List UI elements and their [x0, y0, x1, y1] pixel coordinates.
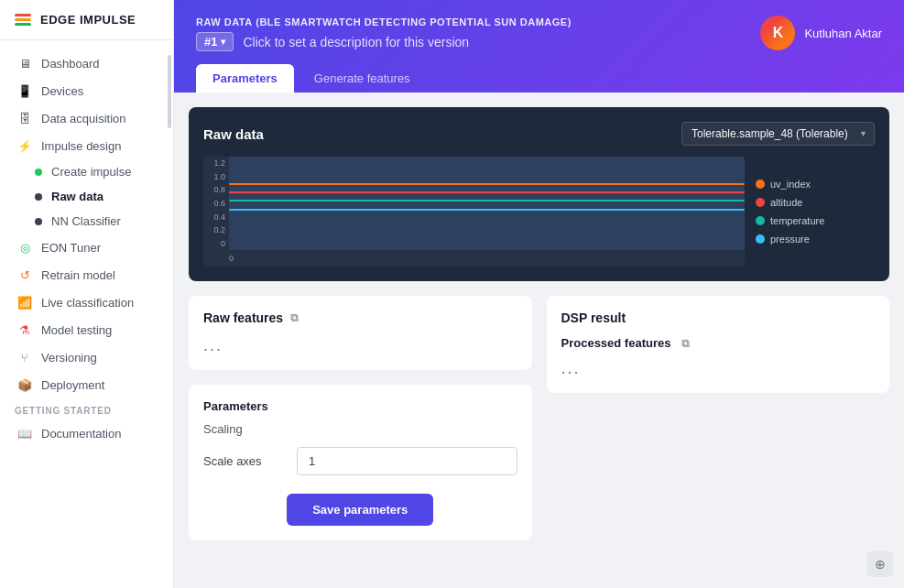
tab-parameters[interactable]: Parameters — [196, 64, 294, 93]
y-label: 0.6 — [203, 199, 229, 208]
dot-dark-icon — [35, 193, 42, 201]
version-row: #1 ▾ Click to set a description for this… — [196, 32, 572, 51]
temperature-label: temperature — [770, 215, 824, 226]
y-label: 0.2 — [203, 225, 229, 234]
device-icon: 📱 — [17, 83, 32, 98]
chart-body: 1.2 1.0 0.8 0.6 0.4 0.2 0 — [203, 157, 875, 267]
top-header: RAW DATA (BLE SMARTWATCH DETECTING POTEN… — [174, 0, 904, 93]
version-badge[interactable]: #1 ▾ — [196, 32, 234, 51]
y-axis: 1.2 1.0 0.8 0.6 0.4 0.2 0 — [203, 157, 229, 250]
pressure-line — [229, 209, 745, 211]
sidebar-item-documentation[interactable]: 📖 Documentation — [0, 419, 173, 447]
sidebar-sub-nn-classifier[interactable]: NN Classifier — [0, 209, 173, 234]
pressure-dot — [756, 234, 765, 244]
sidebar-logo: EDGE IMPULSE — [0, 0, 173, 40]
scale-axes-input[interactable] — [297, 447, 517, 475]
copy-icon-dsp[interactable]: ⧉ — [681, 337, 690, 350]
data-icon: 🗄 — [17, 111, 32, 125]
sidebar-item-dashboard[interactable]: 🖥 Dashboard — [0, 49, 173, 77]
temperature-dot — [756, 216, 765, 225]
help-icon[interactable]: ⊕ — [867, 551, 893, 577]
pressure-label: pressure — [770, 234, 810, 245]
sidebar-item-deployment[interactable]: 📦 Deployment — [0, 371, 173, 398]
scaling-label: Scaling — [203, 422, 517, 436]
logo-icon — [15, 14, 31, 26]
chart-plot-area: 1.2 1.0 0.8 0.6 0.4 0.2 0 — [203, 157, 745, 267]
app-title: EDGE IMPULSE — [40, 13, 136, 27]
legend-temperature: temperature — [756, 215, 875, 226]
git-icon: ⑂ — [17, 350, 32, 365]
wifi-icon: 📶 — [17, 295, 32, 310]
header-tabs: Parameters Generate features — [196, 64, 882, 93]
chart-plot — [229, 157, 745, 250]
sidebar-item-impulse-design[interactable]: ⚡ Impulse design — [0, 132, 173, 159]
sidebar-item-label: Retrain model — [41, 268, 115, 282]
sidebar-item-label: Devices — [41, 84, 83, 98]
legend-pressure: pressure — [756, 234, 875, 245]
sidebar-item-data-acquisition[interactable]: 🗄 Data acquisition — [0, 104, 173, 132]
sidebar-item-model-testing[interactable]: ⚗ Model testing — [0, 316, 173, 343]
scale-axes-label: Scale axes — [203, 454, 286, 468]
logo-bar-orange — [15, 18, 31, 21]
sidebar-item-label: Dashboard — [41, 57, 100, 71]
dial-icon: ◎ — [17, 240, 32, 255]
sidebar-item-devices[interactable]: 📱 Devices — [0, 77, 173, 104]
sidebar-item-retrain-model[interactable]: ↺ Retrain model — [0, 261, 173, 289]
sidebar-item-label: Documentation — [41, 427, 121, 441]
y-label: 0.4 — [203, 212, 229, 222]
dsp-result-card: DSP result Processed features ⧉ ... — [547, 296, 890, 393]
chart-title: Raw data — [203, 126, 264, 142]
sidebar-item-label: Live classification — [41, 296, 134, 310]
altitude-label: altitude — [770, 197, 802, 208]
legend-uv-index: uv_index — [756, 179, 875, 190]
dsp-content: ... — [561, 359, 581, 377]
version-description[interactable]: Click to set a description for this vers… — [243, 35, 469, 49]
dsp-result-title: DSP result — [561, 310, 876, 325]
sidebar-item-label: Versioning — [41, 351, 97, 365]
content-area: Raw data Tolerable.sample_48 (Tolerable)… — [174, 93, 904, 588]
uv-index-line — [229, 183, 745, 185]
book-icon: 📖 — [17, 426, 32, 441]
refresh-icon: ↺ — [17, 267, 32, 282]
user-name: Kutluhan Aktar — [804, 27, 882, 40]
raw-data-heading: RAW DATA (BLE SMARTWATCH DETECTING POTEN… — [196, 15, 572, 28]
raw-data-label: RAW DATA — [196, 16, 253, 27]
sidebar-sub-raw-data[interactable]: Raw data — [0, 184, 173, 209]
sidebar-item-eon-tuner[interactable]: ◎ EON Tuner — [0, 234, 173, 261]
temperature-line — [229, 200, 745, 201]
sidebar-item-live-classification[interactable]: 📶 Live classification — [0, 289, 173, 316]
project-name: (BLE SMARTWATCH DETECTING POTENTIAL SUN … — [256, 16, 572, 27]
dot-dark-icon — [35, 218, 42, 225]
chevron-down-icon: ▾ — [221, 37, 225, 47]
logo-bar-green — [15, 23, 31, 26]
sidebar: EDGE IMPULSE 🖥 Dashboard 📱 Devices 🗄 Dat… — [0, 0, 174, 588]
sidebar-item-versioning[interactable]: ⑂ Versioning — [0, 343, 173, 371]
sidebar-sub-label: NN Classifier — [51, 214, 121, 228]
sidebar-item-label: EON Tuner — [41, 241, 101, 255]
panel-left: Raw features ⧉ ... Parameters Scaling Sc… — [189, 296, 532, 555]
sample-select[interactable]: Tolerable.sample_48 (Tolerable) — [681, 122, 875, 146]
dot-green-icon — [35, 169, 42, 176]
raw-features-title: Raw features ⧉ — [203, 310, 517, 325]
main-content: RAW DATA (BLE SMARTWATCH DETECTING POTEN… — [174, 0, 904, 588]
header-title-area: RAW DATA (BLE SMARTWATCH DETECTING POTEN… — [196, 15, 572, 51]
copy-icon[interactable]: ⧉ — [290, 311, 299, 324]
tab-generate-features[interactable]: Generate features — [298, 64, 427, 93]
bottom-panels: Raw features ⧉ ... Parameters Scaling Sc… — [189, 296, 889, 555]
altitude-line — [229, 191, 745, 193]
uv-index-dot — [756, 180, 765, 189]
parameters-card: Parameters Scaling Scale axes Save param… — [189, 385, 532, 540]
y-label: 1.0 — [203, 172, 229, 181]
save-parameters-button[interactable]: Save parameters — [287, 494, 433, 526]
scrollbar-thumb — [168, 55, 171, 128]
getting-started-section: GETTING STARTED — [0, 398, 173, 419]
chart-header: Raw data Tolerable.sample_48 (Tolerable) — [203, 122, 875, 146]
scale-axes-row: Scale axes — [203, 447, 517, 475]
raw-features-content: ... — [203, 336, 223, 354]
altitude-dot — [756, 198, 765, 207]
y-label: 1.2 — [203, 158, 229, 168]
sidebar-item-label: Deployment — [41, 378, 104, 392]
parameters-title: Parameters — [203, 399, 517, 413]
y-label: 0 — [203, 239, 229, 248]
sidebar-sub-create-impulse[interactable]: Create impulse — [0, 159, 173, 184]
